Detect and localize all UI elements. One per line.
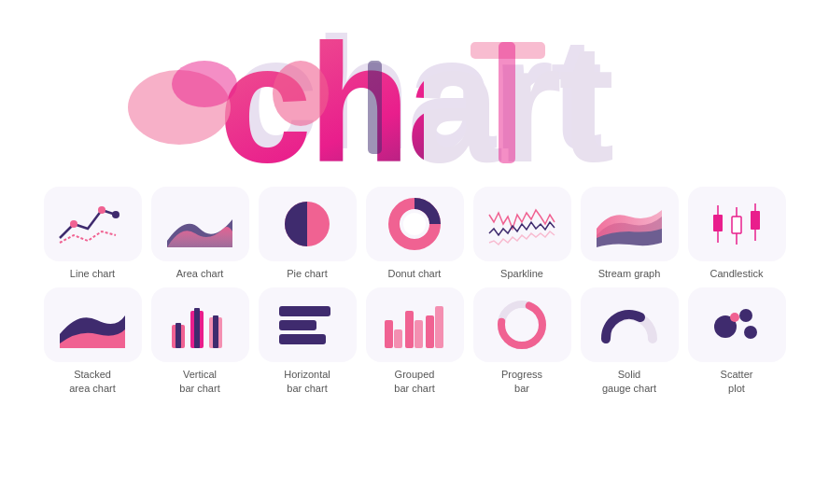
svg-point-41 bbox=[744, 326, 757, 339]
svg-rect-35 bbox=[426, 315, 434, 348]
stream-graph-card bbox=[581, 187, 679, 261]
svg-rect-17 bbox=[713, 215, 723, 231]
solid-gauge-card bbox=[581, 287, 679, 362]
stream-graph-svg bbox=[592, 196, 667, 252]
horizontal-bar-card bbox=[259, 287, 357, 362]
solid-gauge-label: Solidgauge chart bbox=[602, 368, 656, 395]
svg-rect-19 bbox=[732, 217, 741, 233]
svg-rect-31 bbox=[385, 320, 393, 348]
pie-chart-card bbox=[259, 187, 357, 261]
charts-row-1: Line chart Area chart bbox=[44, 187, 786, 280]
line-chart-card bbox=[44, 187, 142, 261]
svg-point-12 bbox=[112, 211, 119, 218]
candlestick-item[interactable]: Candlestick bbox=[688, 187, 786, 280]
svg-rect-9 bbox=[499, 42, 515, 163]
sparkline-item[interactable]: Sparkline bbox=[473, 187, 571, 280]
vertical-bar-svg bbox=[162, 297, 237, 353]
line-chart-item[interactable]: Line chart bbox=[44, 187, 142, 280]
area-chart-svg bbox=[162, 196, 237, 252]
svg-point-10 bbox=[70, 220, 77, 228]
scatter-plot-label: Scatterplot bbox=[721, 368, 753, 395]
stacked-area-label: Stackedarea chart bbox=[69, 368, 116, 395]
vertical-bar-card bbox=[151, 287, 249, 362]
scatter-plot-item[interactable]: Scatterplot bbox=[688, 287, 786, 395]
stacked-area-svg bbox=[55, 297, 130, 353]
horizontal-bar-item[interactable]: Horizontalbar chart bbox=[259, 287, 357, 395]
pie-chart-label: Pie chart bbox=[287, 267, 327, 280]
candlestick-label: Candlestick bbox=[710, 267, 764, 280]
svg-rect-34 bbox=[414, 320, 423, 348]
area-chart-card bbox=[151, 187, 249, 261]
svg-rect-29 bbox=[279, 320, 316, 330]
vertical-bar-item[interactable]: Verticalbar chart bbox=[151, 287, 249, 395]
donut-chart-label: Donut chart bbox=[388, 267, 442, 280]
svg-rect-25 bbox=[176, 323, 181, 348]
svg-rect-28 bbox=[279, 306, 330, 316]
candlestick-card bbox=[688, 187, 786, 261]
progress-bar-svg bbox=[485, 297, 559, 353]
progress-bar-card bbox=[473, 287, 571, 362]
progress-bar-label: Progressbar bbox=[501, 368, 542, 395]
donut-chart-svg bbox=[377, 196, 452, 252]
sparkline-label: Sparkline bbox=[500, 267, 543, 280]
svg-rect-26 bbox=[194, 308, 200, 348]
svg-rect-32 bbox=[394, 329, 402, 348]
progress-bar-item[interactable]: Progressbar bbox=[473, 287, 571, 395]
svg-point-40 bbox=[739, 309, 752, 322]
vertical-bar-label: Verticalbar chart bbox=[179, 368, 219, 395]
svg-point-11 bbox=[98, 206, 105, 214]
title-area: chart chart bbox=[0, 0, 829, 187]
svg-point-5 bbox=[172, 61, 237, 107]
charts-row-2: Stackedarea chart Verticalbar chart bbox=[44, 287, 786, 395]
svg-point-6 bbox=[273, 61, 329, 126]
stream-graph-label: Stream graph bbox=[598, 267, 661, 280]
line-chart-svg bbox=[55, 196, 130, 252]
grouped-bar-svg bbox=[377, 297, 452, 353]
pie-chart-svg bbox=[270, 196, 344, 252]
pie-chart-item[interactable]: Pie chart bbox=[259, 187, 357, 280]
charts-grid: Line chart Area chart bbox=[25, 187, 805, 395]
area-chart-label: Area chart bbox=[176, 267, 224, 280]
solid-gauge-item[interactable]: Solidgauge chart bbox=[581, 287, 679, 395]
svg-point-42 bbox=[730, 313, 739, 322]
grouped-bar-card bbox=[366, 287, 464, 362]
grouped-bar-item[interactable]: Groupedbar chart bbox=[366, 287, 464, 395]
scatter-plot-svg bbox=[699, 297, 774, 353]
donut-chart-item[interactable]: Donut chart bbox=[366, 187, 464, 280]
donut-chart-card bbox=[366, 187, 464, 261]
svg-rect-21 bbox=[751, 211, 760, 230]
svg-rect-30 bbox=[279, 334, 326, 344]
candlestick-svg bbox=[699, 196, 774, 252]
svg-rect-36 bbox=[435, 306, 443, 348]
svg-point-15 bbox=[403, 213, 426, 235]
title-svg: chart chart bbox=[78, 5, 751, 182]
stream-graph-item[interactable]: Stream graph bbox=[581, 187, 679, 280]
sparkline-card bbox=[473, 187, 571, 261]
line-chart-label: Line chart bbox=[70, 267, 115, 280]
grouped-bar-label: Groupedbar chart bbox=[394, 368, 434, 395]
scatter-plot-card bbox=[688, 287, 786, 362]
title-overlay: chart chart bbox=[0, 0, 829, 187]
solid-gauge-svg bbox=[592, 297, 667, 353]
area-chart-item[interactable]: Area chart bbox=[151, 187, 249, 280]
stacked-area-item[interactable]: Stackedarea chart bbox=[44, 287, 142, 395]
sparkline-svg bbox=[485, 196, 559, 252]
svg-rect-33 bbox=[405, 311, 414, 348]
horizontal-bar-label: Horizontalbar chart bbox=[284, 368, 330, 395]
horizontal-bar-svg bbox=[270, 297, 344, 353]
svg-rect-7 bbox=[368, 61, 382, 154]
stacked-area-card bbox=[44, 287, 142, 362]
svg-rect-27 bbox=[213, 315, 218, 348]
